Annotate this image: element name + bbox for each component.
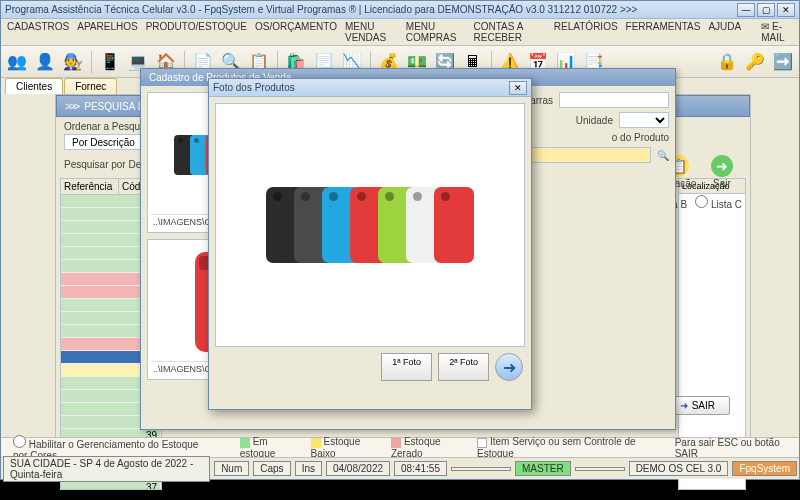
status-demo: DEMO OS CEL 3.0 [629,461,729,476]
menu-aparelhos[interactable]: APARELHOS [77,21,137,43]
menu-vendas[interactable]: MENU VENDAS [345,21,398,43]
tb-exit-icon[interactable]: ➡️ [771,50,795,74]
foto-titlebar: Foto dos Produtos ✕ [209,79,531,97]
status-date: 04/08/2022 [326,461,390,476]
legend-baixo: Estoque Baixo [311,436,377,458]
maximize-button[interactable]: ▢ [757,3,775,17]
menu-cadastros[interactable]: CADASTROS [7,21,69,43]
status-caps: Caps [253,461,290,476]
foto-image [215,103,525,347]
legend-bar: Habilitar o Gerenciamento do Estoque por… [1,437,799,457]
tb-user-icon[interactable]: 👤 [33,50,57,74]
tb-lock-icon[interactable]: 🔒 [715,50,739,74]
col-referencia: Referência [61,179,119,194]
sair-button[interactable]: ➜Sair [702,155,742,189]
foto-window: Foto dos Produtos ✕ 1ª Foto 2ª Foto ➜ [208,78,532,410]
status-num: Num [214,461,249,476]
titlebar: Programa Assistência Técnica Celular v3.… [1,1,799,19]
tb-users-icon[interactable]: 👥 [5,50,29,74]
foto-next-button[interactable]: ➜ [495,353,523,381]
legend-item: Item Serviço ou sem Controle de Estoque [477,436,647,458]
legend-sair: Para sair ESC ou botão SAIR [675,437,787,459]
arrows-icon: >>> [65,100,78,112]
close-button[interactable]: ✕ [777,3,795,17]
status-brand: FpqSystem [732,461,797,476]
email-button[interactable]: E-MAIL [761,21,784,43]
lbl-unidade: Unidade [576,115,613,126]
menu-compras[interactable]: MENU COMPRAS [406,21,466,43]
menu-produto[interactable]: PRODUTO/ESTOQUE [146,21,247,43]
status-ins: Ins [295,461,322,476]
codbarras-input[interactable] [559,92,669,108]
table-row[interactable]: 37 [61,481,161,490]
app-title: Programa Assistência Técnica Celular v3.… [5,4,737,15]
menu-ajuda[interactable]: AJUDA [708,21,741,43]
status-master: MASTER [515,461,571,476]
minimize-button[interactable]: — [737,3,755,17]
tab-clientes[interactable]: Clientes [5,78,63,94]
lista-c-radio[interactable]: Lista C [695,195,742,210]
foto-title: Foto dos Produtos [213,82,509,93]
tb-phone-icon[interactable]: 📱 [98,50,122,74]
foto-close-button[interactable]: ✕ [509,81,527,95]
legend-em: Em estoque [240,436,297,458]
menubar: CADASTROS APARELHOS PRODUTO/ESTOQUE OS/O… [1,19,799,46]
menu-contas[interactable]: CONTAS A RECEBER [474,21,546,43]
status-bar: SUA CIDADE - SP 4 de Agosto de 2022 - Qu… [1,457,799,479]
status-time: 08:41:55 [394,461,447,476]
foto-2-button[interactable]: 2ª Foto [438,353,489,381]
legend-zerado: Estoque Zerado [391,436,463,458]
search-small-icon[interactable]: 🔍 [657,150,669,161]
foto-1-button[interactable]: 1ª Foto [381,353,432,381]
status-location: SUA CIDADE - SP 4 de Agosto de 2022 - Qu… [3,456,210,482]
lbl-prod: o do Produto [612,132,669,143]
tb-worker-icon[interactable]: 🧑‍🔧 [61,50,85,74]
tb-key-icon[interactable]: 🔑 [743,50,767,74]
unidade-select[interactable] [619,112,669,128]
menu-ferramentas[interactable]: FERRAMENTAS [626,21,701,43]
menu-relatorios[interactable]: RELATÓRIOS [554,21,618,43]
tab-fornec[interactable]: Fornec [64,78,117,94]
menu-os[interactable]: OS/ORÇAMENTO [255,21,337,43]
